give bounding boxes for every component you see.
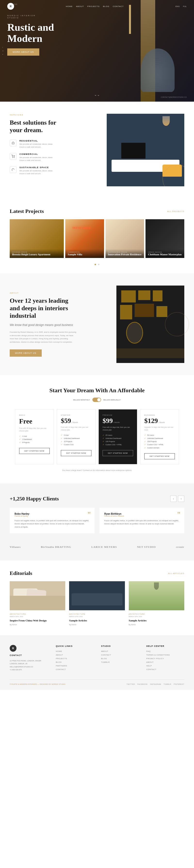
about-left: ABOUT Over 12 years leading and deeps in…: [10, 292, 104, 357]
clients-prev-button[interactable]: ‹: [170, 496, 176, 502]
service-commercial: COMMERCIAL We provide all residential, d…: [10, 153, 97, 162]
pricing-enterprise-note: You have a large team? Contact us for in…: [10, 469, 184, 471]
plan-feature-business-2: ✓100 Projects: [144, 440, 175, 442]
footer-help-faq[interactable]: FAQ: [146, 650, 184, 652]
article-author-1: By Admin: [10, 624, 65, 625]
bed-blanket: [10, 596, 65, 610]
service-residential: RESIDENTIAL We provide all residential, …: [10, 140, 97, 149]
chandelier-decor: [154, 583, 159, 590]
footer-studio-contact[interactable]: CONTACT: [101, 654, 139, 656]
plan-feature-starter-3: ✓Custom CSS: [61, 443, 91, 446]
nav-lang-eng[interactable]: ENG: [175, 5, 180, 7]
nav-projects[interactable]: PROJECTS: [87, 5, 100, 7]
article-2[interactable]: ARCHITECTURE MARCH 15TH, 2019 Sample Art…: [69, 581, 124, 625]
project-card-1[interactable]: HOUSING SPACE Brossia Heigh Luxury Apart…: [10, 219, 64, 258]
brand-villanes: Villanes: [10, 546, 21, 548]
frame-2: [138, 290, 150, 300]
dot-1[interactable]: [94, 264, 96, 265]
plan-feature-premium-3: ✓Custom CSS + HTML: [103, 443, 133, 446]
footer-tumblr[interactable]: TUMBLR: [163, 683, 171, 685]
nav-logo[interactable]: R: [7, 3, 14, 10]
article-3[interactable]: ARCHITECTURE MARCH 15TH, 2019 Sample Art…: [129, 581, 184, 625]
footer-facebook[interactable]: FACEBOOK: [137, 683, 148, 685]
plan-cta-basic[interactable]: GET STARTED NOW: [19, 448, 50, 454]
testimonial-role-1: Parents at Spotify: [15, 515, 90, 517]
nav-lang-ful[interactable]: FUL: [183, 5, 187, 7]
about-cta-button[interactable]: MORE ABOUT US: [10, 349, 42, 357]
footer-studio-about[interactable]: ABOUT: [101, 650, 139, 652]
service-sustainable-desc: We provide all residential, decor, ideas…: [20, 169, 58, 175]
about-description: Founded by Robert Massey, in in 2005, an…: [10, 331, 78, 344]
pricing-card-premium: PREMIUM $99 / Month Free with 14 days tr…: [99, 409, 137, 464]
footer-help-about[interactable]: ABOUT: [146, 661, 184, 663]
nav-about[interactable]: ABOUT: [76, 5, 84, 7]
footer-help-help[interactable]: HELP: [146, 665, 184, 667]
nav-links: HOME ABOUT PROJECTS BLOG CONTACT: [66, 5, 124, 7]
article-date-3: MARCH 15TH, 2019: [129, 616, 184, 617]
services-title: Best solutions for your dream.: [10, 119, 58, 134]
footer-twitter[interactable]: TWITTER: [127, 683, 135, 685]
quote-mark-2: ": [177, 510, 181, 518]
footer-help-contact[interactable]: CONTACT: [146, 669, 184, 671]
footer-studio-blog[interactable]: BLOG: [101, 657, 139, 660]
footer-link-projects[interactable]: PROJECTS: [56, 657, 94, 660]
project-card-3[interactable]: SUSTAINABLE SPACE Innovation Private Res…: [106, 219, 144, 258]
recycle-icon: [10, 166, 17, 173]
plan-period-business: / Month: [158, 421, 165, 424]
sofa-item: [72, 593, 122, 606]
footer-email[interactable]: HELLO@NORDICSTUDIO.CO: [10, 665, 49, 669]
footer-link-contact[interactable]: CONTACT: [56, 669, 94, 671]
footer-link-about[interactable]: ABOUT: [56, 654, 94, 656]
clients-title: +1,250 Happy Clients: [10, 496, 59, 502]
testimonials-grid: " Bobo Hanley Parents at Spotify Fusce v…: [10, 508, 184, 533]
footer-help-privacy[interactable]: PRIVACY POLICY: [146, 657, 184, 660]
project-card-4[interactable]: URBAN DESIGN Chobham Manor Masterplan: [145, 219, 184, 258]
hero-title: Rustic and Modern: [7, 22, 75, 44]
plan-period-starter: / Month: [72, 421, 78, 424]
pricing-title: Start Your Dream With An Affordable: [10, 387, 184, 394]
clients-next-button[interactable]: ›: [178, 496, 184, 502]
article-author-2: By Admin: [69, 624, 124, 625]
social-facebook[interactable]: f: [2, 47, 4, 48]
room-chandelier: [163, 116, 170, 126]
article-category-3: ARCHITECTURE: [129, 613, 184, 615]
billing-toggle-switch[interactable]: [92, 398, 101, 402]
footer-pinterest[interactable]: PINTEREST: [174, 683, 184, 685]
social-pinterest[interactable]: p: [2, 54, 4, 55]
billing-annually-label: BILLED ANNUALLY: [104, 399, 121, 401]
nav-blog[interactable]: BLOG: [103, 5, 109, 7]
plan-cta-business[interactable]: GET STARTED NOW: [144, 453, 175, 459]
plan-cta-premium[interactable]: GET STARTED NOW: [103, 450, 133, 456]
editorials-header: Editorials ALL ARTICLES: [10, 570, 184, 577]
article-1[interactable]: ARCHITECTURE MARCH 15TH, 2019 Inspire Fr…: [10, 581, 65, 625]
nav-contact[interactable]: CONTACT: [113, 5, 124, 7]
footer-studio-col: Studio ABOUT CONTACT BLOG TUMBLR: [101, 645, 139, 672]
plan-feature-business-3: ✓Custom CSS + HTML: [144, 443, 175, 446]
article-title-3: Sample Articles: [129, 619, 184, 622]
footer-link-blog[interactable]: BLOG: [56, 661, 94, 663]
plan-feature-starter-1: ✓Unlimited Dashboard: [61, 437, 91, 439]
project-overlay-3: SUSTAINABLE SPACE Innovation Private Res…: [106, 249, 144, 258]
dot-2[interactable]: [98, 264, 100, 265]
project-card-2[interactable]: OUT OF ORDER COMMERCIAL Sample Villa: [65, 219, 104, 258]
footer-instagram[interactable]: INSTAGRAM: [150, 683, 161, 685]
nav-home[interactable]: HOME: [66, 5, 73, 7]
social-linkedin[interactable]: in: [2, 50, 4, 52]
hero-cta-button[interactable]: MORE ABOUT US: [7, 49, 39, 56]
plan-feature-starter-0: ✓3 User: [61, 434, 91, 436]
footer-studio-tumblr[interactable]: TUMBLR: [101, 661, 139, 663]
project-overlay-1: HOUSING SPACE Brossia Heigh Luxury Apart…: [10, 249, 64, 258]
plan-cta-starter[interactable]: GET STARTED NOW: [61, 450, 91, 456]
all-projects-link[interactable]: ALL PROJECTS: [167, 210, 184, 213]
all-articles-link[interactable]: ALL ARTICLES: [168, 572, 184, 575]
about-subtitle: We know that good design means good busi…: [10, 323, 104, 327]
footer-logo[interactable]: R: [10, 645, 17, 652]
footer-link-home[interactable]: HOME: [56, 650, 94, 652]
footer-help-terms[interactable]: TERMS & CONDITIONS: [146, 654, 184, 656]
footer-social: TWITTER FACEBOOK INSTAGRAM TUMBLR PINTER…: [127, 683, 184, 685]
pricing-toggle: BILLED MONTHLY BILLED ANNUALLY: [10, 398, 184, 402]
clients-navigation: ‹ ›: [170, 496, 184, 502]
plan-type-basic: BASIC: [19, 414, 50, 416]
article-title-2: Sample Articles: [69, 619, 124, 622]
footer-link-partners[interactable]: PARTNERS: [56, 665, 94, 667]
